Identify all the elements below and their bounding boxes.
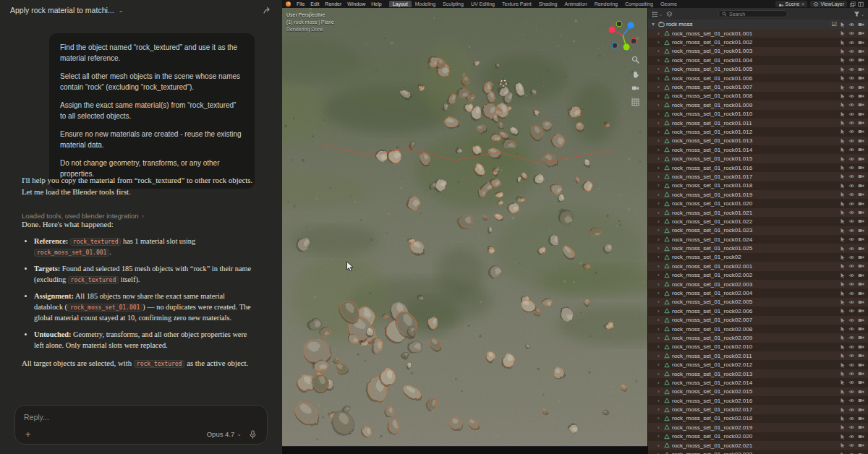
outliner-item[interactable]: ›rock_moss_set_01_rock02.006 — [648, 307, 868, 315]
menu-edit[interactable]: Edit — [307, 1, 322, 7]
scene-selector[interactable]: Scene ✕ — [775, 1, 808, 7]
outliner-item[interactable]: ›rock_moss_set_01_rock01.019 — [648, 190, 868, 199]
expand-icon[interactable]: › — [658, 66, 664, 72]
expand-icon[interactable]: › — [658, 371, 664, 377]
select-toggle-icon[interactable] — [840, 442, 846, 448]
outliner-collection-row[interactable]: ▾ rock moss ☑ — [648, 20, 868, 29]
select-toggle-icon[interactable] — [840, 129, 846, 134]
expand-icon[interactable]: › — [658, 75, 664, 82]
hide-viewport-icon[interactable] — [848, 424, 855, 430]
hide-viewport-icon[interactable] — [848, 40, 855, 46]
expand-icon[interactable]: › — [658, 48, 664, 54]
tab-compositing[interactable]: Compositing — [621, 1, 657, 7]
select-toggle-icon[interactable] — [840, 183, 846, 189]
outliner-item[interactable]: ›rock_moss_set_01_rock01.024 — [648, 235, 868, 244]
disable-render-icon[interactable] — [858, 335, 864, 340]
select-toggle-icon[interactable] — [840, 380, 846, 385]
hide-viewport-icon[interactable] — [848, 389, 855, 395]
disable-render-icon[interactable] — [858, 22, 864, 27]
zoom-icon[interactable] — [631, 56, 639, 64]
hide-viewport-icon[interactable] — [848, 138, 855, 144]
hide-viewport-icon[interactable] — [848, 236, 855, 242]
tab-shading[interactable]: Shading — [535, 1, 561, 7]
menu-file[interactable]: File — [294, 1, 307, 7]
select-toggle-icon[interactable] — [840, 156, 846, 162]
expand-icon[interactable]: › — [658, 84, 664, 90]
select-toggle-icon[interactable] — [840, 416, 846, 421]
disable-render-icon[interactable] — [858, 192, 864, 197]
outliner-item[interactable]: ›rock_moss_set_01_rock02.017 — [648, 405, 868, 414]
tab-uv-editing[interactable]: UV Editing — [467, 1, 498, 7]
expand-icon[interactable]: › — [658, 308, 664, 314]
hide-viewport-icon[interactable] — [848, 326, 855, 332]
disable-render-icon[interactable] — [858, 236, 864, 242]
select-toggle-icon[interactable] — [840, 398, 846, 403]
expand-icon[interactable]: › — [658, 155, 664, 162]
expand-icon[interactable]: › — [658, 174, 664, 180]
hide-viewport-icon[interactable] — [848, 398, 855, 403]
expand-icon[interactable]: › — [658, 120, 664, 127]
outliner-item[interactable]: ›rock_moss_set_01_rock01.015 — [648, 154, 868, 163]
select-toggle-icon[interactable] — [840, 299, 846, 305]
outliner-item[interactable]: ›rock_moss_set_01_rock02.021 — [648, 441, 868, 450]
disable-render-icon[interactable] — [858, 291, 864, 296]
hide-viewport-icon[interactable] — [848, 147, 855, 153]
expand-icon[interactable]: › — [658, 210, 664, 216]
select-toggle-icon[interactable] — [840, 174, 846, 179]
hide-viewport-icon[interactable] — [848, 308, 855, 314]
outliner-item[interactable]: ›rock_moss_set_01_rock02.005 — [648, 298, 868, 307]
expand-icon[interactable]: › — [658, 424, 664, 431]
disable-render-icon[interactable] — [858, 57, 864, 63]
disable-render-icon[interactable] — [858, 165, 864, 171]
expand-icon[interactable]: › — [658, 147, 664, 153]
expand-icon[interactable]: › — [658, 129, 664, 135]
disable-render-icon[interactable] — [858, 75, 864, 81]
disable-render-icon[interactable] — [858, 138, 864, 144]
hide-viewport-icon[interactable] — [848, 93, 855, 99]
navigation-gizmo[interactable] — [604, 17, 642, 57]
disable-render-icon[interactable] — [858, 210, 864, 215]
select-toggle-icon[interactable] — [840, 389, 846, 395]
hide-viewport-icon[interactable] — [848, 102, 855, 108]
attach-plus-button[interactable]: + — [25, 429, 31, 439]
select-toggle-icon[interactable] — [840, 201, 846, 207]
hide-viewport-icon[interactable] — [848, 22, 855, 27]
hide-viewport-icon[interactable] — [848, 254, 855, 260]
outliner-item[interactable]: ›rock_moss_set_01_rock01.004 — [648, 56, 868, 64]
hide-viewport-icon[interactable] — [848, 174, 855, 179]
outliner-item[interactable]: ›rock_moss_set_01_rock01.003 — [648, 47, 868, 56]
outliner-item[interactable]: ›rock_moss_set_01_rock02.004 — [648, 288, 868, 297]
disable-render-icon[interactable] — [858, 111, 864, 117]
select-toggle-icon[interactable] — [840, 362, 846, 368]
expand-icon[interactable]: › — [658, 30, 664, 37]
editor-type-icon[interactable]: ⌄ — [652, 11, 663, 17]
select-toggle-icon[interactable] — [840, 218, 846, 224]
expand-icon[interactable]: › — [658, 182, 664, 189]
disable-render-icon[interactable] — [858, 218, 864, 224]
disable-render-icon[interactable] — [858, 317, 864, 323]
filter-funnel-icon[interactable]: ⌄ — [854, 11, 864, 17]
hide-viewport-icon[interactable] — [848, 75, 855, 81]
expand-icon[interactable]: › — [658, 451, 664, 454]
expand-icon[interactable]: › — [658, 326, 664, 333]
select-toggle-icon[interactable] — [840, 407, 846, 413]
outliner-item[interactable]: ›rock_moss_set_01_rock02.019 — [648, 423, 868, 432]
tab-rendering[interactable]: Rendering — [591, 1, 621, 7]
select-toggle-icon[interactable] — [840, 353, 846, 359]
expand-icon[interactable]: › — [658, 102, 664, 108]
select-toggle-icon[interactable] — [840, 57, 846, 63]
hide-viewport-icon[interactable] — [848, 192, 855, 197]
disable-render-icon[interactable] — [858, 434, 864, 440]
select-toggle-icon[interactable] — [840, 138, 846, 144]
hide-viewport-icon[interactable] — [848, 281, 855, 287]
disable-render-icon[interactable] — [858, 344, 864, 350]
hide-viewport-icon[interactable] — [848, 380, 855, 385]
select-toggle-icon[interactable] — [840, 40, 846, 46]
disable-render-icon[interactable] — [858, 48, 864, 54]
select-toggle-icon[interactable] — [840, 192, 846, 197]
select-toggle-icon[interactable] — [840, 424, 846, 430]
outliner-item[interactable]: ›rock_moss_set_01_rock02.013 — [648, 369, 868, 378]
outliner-item[interactable]: ›rock_moss_set_01_rock01.006 — [648, 74, 868, 82]
outliner-item[interactable]: ›rock_moss_set_01_rock01.023 — [648, 226, 868, 235]
disable-render-icon[interactable] — [858, 85, 864, 90]
